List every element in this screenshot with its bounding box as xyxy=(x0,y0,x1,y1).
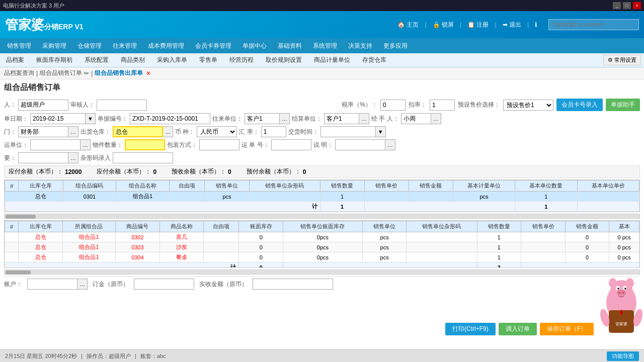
tool-purchase-in[interactable]: 采购入库单 xyxy=(154,55,190,65)
footer-account-label: 账套： xyxy=(140,352,157,360)
menu-decision[interactable]: 决策支持 xyxy=(343,40,377,52)
scroll-thumb[interactable] xyxy=(6,215,36,219)
import-btn[interactable]: 调入订单 xyxy=(499,323,537,335)
tax-input[interactable] xyxy=(380,100,406,111)
customer-picker-btn[interactable]: … xyxy=(77,279,88,290)
exit-link[interactable]: ➡ 退出 xyxy=(503,21,521,29)
footer-date: 2月15日 星期五 20时45分2秒 xyxy=(5,352,77,360)
footer-map-btn[interactable]: 功能导图 xyxy=(607,351,639,361)
bth-name: 商品名称 xyxy=(159,221,204,232)
menu-cost[interactable]: 成本费用管理 xyxy=(143,40,189,52)
tool-history[interactable]: 经营历程 xyxy=(226,55,257,65)
date-input[interactable] xyxy=(30,113,86,124)
footer: 2月15日 星期五 20时45分2秒 | 操作员： 超级用户 | 账套： abc… xyxy=(0,349,644,362)
bottom-table-scrollbar[interactable] xyxy=(4,269,640,275)
currency-select[interactable]: 人民币 xyxy=(197,126,237,137)
window-controls[interactable]: _ □ × xyxy=(613,2,641,9)
menu-more[interactable]: 更多应用 xyxy=(378,40,413,52)
menu-system[interactable]: 系统管理 xyxy=(308,40,342,52)
handler-input[interactable] xyxy=(401,113,431,124)
menu-sales[interactable]: 销售管理 xyxy=(2,40,36,52)
breadcrumb-close[interactable]: ✕ xyxy=(146,70,151,77)
handler-picker-btn[interactable]: … xyxy=(431,113,441,124)
info-link[interactable]: ℹ xyxy=(535,21,537,28)
req-input[interactable] xyxy=(18,152,68,163)
tool-account[interactable]: 账面库存期初 xyxy=(33,55,75,65)
th-combo-code: 组合品编码 xyxy=(63,180,116,192)
dept-input[interactable] xyxy=(18,126,68,137)
exchange-input[interactable] xyxy=(261,126,286,137)
dest-input[interactable] xyxy=(245,113,280,124)
breadcrumb-products[interactable]: 品档案查询 xyxy=(4,69,34,77)
user-label: 人： xyxy=(4,101,16,109)
th-sales-amount: 销售金额 xyxy=(409,180,453,192)
menu-warehouse[interactable]: 仓储管理 xyxy=(72,40,107,52)
member-card-btn[interactable]: 会员卡号录入 xyxy=(556,99,603,111)
header-search-input[interactable] xyxy=(548,19,639,30)
menu-purchase[interactable]: 采购管理 xyxy=(37,40,71,52)
register-link[interactable]: 📋 注册 xyxy=(467,21,489,29)
top-table: # 出库仓库 组合品编码 组合品名称 自由项 销售单位 销售单位杂形码 销售数量… xyxy=(5,180,639,212)
print-btn[interactable]: 打印(Ctrl+F9) xyxy=(445,323,496,335)
assist-btn[interactable]: 单据助手 xyxy=(606,99,640,111)
actual-amount-input[interactable] xyxy=(253,279,333,290)
warehouse-input[interactable] xyxy=(113,126,163,137)
save-btn[interactable]: 保存订单（F） xyxy=(540,323,594,335)
settings-btn[interactable]: ⚙ 常用设置 xyxy=(603,55,641,65)
menu-basic[interactable]: 基础资料 xyxy=(273,40,307,52)
price-select[interactable]: 预设售价1 xyxy=(503,100,553,111)
tool-price-rules[interactable]: 取价规则设置 xyxy=(263,55,305,65)
note-picker-btn[interactable]: … xyxy=(385,139,395,150)
th-sales-qty: 销售数量 xyxy=(320,180,364,192)
table-row[interactable]: 总仓 组合品1 0302 茶几 0 0pcs pcs 1 0 0 pcs xyxy=(5,232,639,242)
tool-inventory[interactable]: 存货仓库 xyxy=(359,55,389,65)
table-row[interactable]: 总仓 组合品1 0303 沙发 0 0pcs pcs 1 0 0 pcs xyxy=(5,242,639,252)
customer-label: 账户： xyxy=(4,280,22,289)
items-count-input[interactable] xyxy=(125,139,165,150)
menu-transactions[interactable]: 往来管理 xyxy=(108,40,142,52)
th-combo-name: 组合品名称 xyxy=(116,180,170,192)
trade-time-input[interactable] xyxy=(320,126,376,137)
tool-unit[interactable]: 商品计量单位 xyxy=(311,55,353,65)
dept-picker-btn[interactable]: … xyxy=(68,126,78,137)
barcode-input[interactable] xyxy=(113,152,173,163)
minimize-btn[interactable]: _ xyxy=(613,2,621,9)
dest-picker-btn[interactable]: … xyxy=(280,113,290,124)
carrier-input[interactable] xyxy=(30,139,80,150)
settle-picker-btn[interactable]: … xyxy=(359,113,369,124)
home-link[interactable]: 🏠 主页 xyxy=(397,21,419,29)
tool-config[interactable]: 系统配置 xyxy=(82,55,112,65)
menu-voucher[interactable]: 单据中心 xyxy=(237,40,272,52)
close-btn[interactable]: × xyxy=(633,2,641,9)
discount-input[interactable] xyxy=(430,100,455,111)
lock-link[interactable]: 🔒 锁屏 xyxy=(433,21,454,29)
trade-time-picker-btn[interactable]: ▼ xyxy=(376,126,386,137)
tool-retail[interactable]: 零售单 xyxy=(196,55,220,65)
package-input[interactable] xyxy=(199,139,239,150)
bth-no: # xyxy=(5,221,19,232)
bottom-scroll-thumb[interactable] xyxy=(6,270,31,275)
req-picker-btn[interactable]: … xyxy=(68,152,78,163)
user-input[interactable] xyxy=(18,100,68,111)
note-input[interactable] xyxy=(335,139,385,150)
date-picker-btn[interactable]: ▼ xyxy=(86,113,96,124)
carrier-picker-btn[interactable]: … xyxy=(80,139,91,150)
auditor-input[interactable] xyxy=(97,100,147,111)
tool-category[interactable]: 商品类别 xyxy=(118,55,148,65)
top-table-scrollbar[interactable] xyxy=(4,214,640,219)
customer-input[interactable] xyxy=(27,279,77,290)
table-row[interactable]: 总仓 0301 组合品1 pcs 1 pcs 1 xyxy=(5,192,639,202)
bth-combo: 所属组合品 xyxy=(62,221,115,232)
maximize-btn[interactable]: □ xyxy=(623,2,631,9)
breadcrumb-combo-sales[interactable]: 组合品销售订单 xyxy=(40,69,82,77)
app-logo: 管家婆分销ERP V1 xyxy=(5,16,84,34)
order-no-input[interactable] xyxy=(130,113,210,124)
warehouse-picker-btn[interactable]: … xyxy=(163,126,173,137)
order-deposit-input[interactable] xyxy=(134,279,194,290)
menu-member[interactable]: 会员卡券管理 xyxy=(190,40,236,52)
table-row[interactable]: 总仓 组合品1 0304 餐桌 0 0pcs pcs 1 0 0 pcs xyxy=(5,252,639,262)
settle-input[interactable] xyxy=(324,113,359,124)
waybill-input[interactable] xyxy=(271,139,311,150)
breadcrumb-current[interactable]: 组合品销售出库单 xyxy=(95,69,143,77)
tool-products[interactable]: 品档案 xyxy=(3,55,27,65)
